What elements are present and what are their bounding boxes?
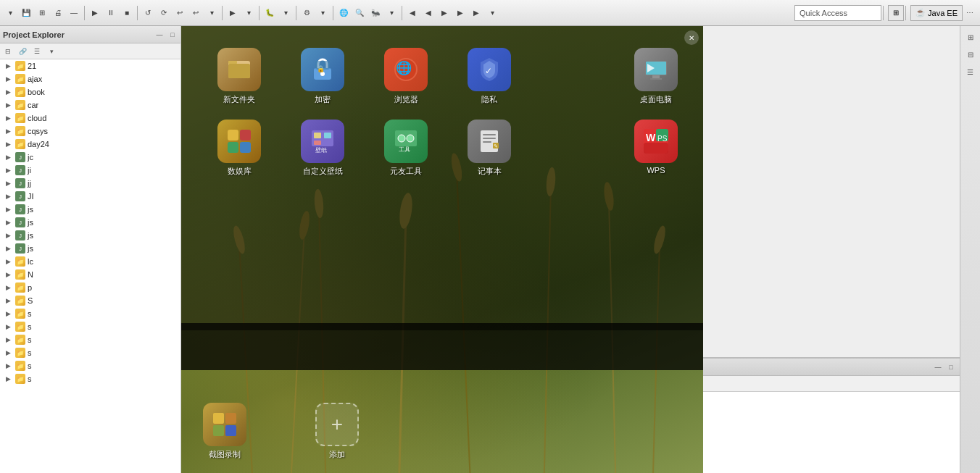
app-icon-notes[interactable]: ✎ 记事本	[453, 120, 526, 177]
list-item[interactable]: ▶ 📁 s	[0, 307, 180, 320]
list-item[interactable]: ▶ 📁 s	[0, 372, 180, 385]
app-icon-shield[interactable]: ✓ 隐私	[453, 48, 526, 105]
app-icon-files[interactable]: 新文件夹	[203, 48, 275, 105]
toolbar-btn-save-all[interactable]: ⊞	[35, 6, 49, 20]
list-item[interactable]: ▶ 📁 s	[0, 359, 180, 372]
svg-point-41	[398, 135, 405, 142]
toolbar-btn-stop[interactable]: ■	[120, 6, 134, 20]
toolbar-btn-prop[interactable]: —	[67, 6, 81, 20]
list-item[interactable]: ▶ 📁 car	[0, 99, 180, 112]
list-item[interactable]: ▶ 📁 N	[0, 268, 180, 281]
toolbar-btn-back[interactable]: ▶	[88, 6, 102, 20]
list-item[interactable]: ▶ J jj	[0, 177, 180, 190]
list-item[interactable]: ▶ 📁 s	[0, 320, 180, 333]
svg-text:工具: 工具	[399, 146, 410, 153]
list-item[interactable]: ▶ 📁 S	[0, 294, 180, 307]
app-icon-theme[interactable]: 壁纸 自定义壁纸	[286, 120, 359, 177]
list-item[interactable]: ▶ J js	[0, 229, 180, 242]
toolbar-btn-8[interactable]: ▾	[204, 6, 219, 20]
toolbar-btn-ant[interactable]: 🐜	[368, 6, 383, 20]
toolbar-btn-1[interactable]: ▾	[3, 6, 17, 20]
view-menu-btn[interactable]: ☰	[30, 45, 43, 58]
app-icon-database[interactable]: 数娱库	[203, 120, 275, 177]
list-item[interactable]: ▶ 📁 ajax	[0, 72, 180, 85]
app-icon-tools[interactable]: 工具 元友工具	[370, 120, 442, 177]
toolbar-btn-profile[interactable]: ⚙	[299, 6, 314, 20]
app-icon-screenshot[interactable]: 截图录制	[203, 403, 246, 460]
app-icon-browser[interactable]: 🌐 浏览器	[370, 48, 442, 105]
folder-icon: 📁	[15, 309, 25, 319]
app-icon-add[interactable]: + 添加	[315, 403, 359, 460]
list-item[interactable]: ▶ J js	[0, 216, 180, 229]
toolbar-btn-nav6[interactable]: ▾	[485, 6, 499, 20]
app-grid-row1: 新文件夹 🔒 加密	[181, 26, 703, 112]
toolbar-btn-7[interactable]: ↩	[188, 6, 203, 20]
toolbar-btn-print[interactable]: 🖨	[51, 6, 65, 20]
expand-arrow: ▶	[6, 75, 13, 83]
bottom-panel-maximize-btn[interactable]: □	[945, 361, 957, 373]
toolbar-btn-nav2[interactable]: ◀	[421, 6, 436, 20]
toolbar-btn-fwd[interactable]: ⏸	[104, 6, 118, 20]
panel-maximize-btn[interactable]: □	[167, 30, 178, 40]
view-dropdown-btn[interactable]: ▾	[45, 45, 58, 58]
toolbar-btn-profile-dropdown[interactable]: ▾	[315, 6, 330, 20]
perspective-toggle-btn[interactable]: ⊞	[888, 5, 904, 21]
app-label-screenshot: 截图录制	[209, 449, 241, 460]
project-name: s	[28, 335, 32, 344]
list-item[interactable]: ▶ J ji	[0, 164, 180, 177]
list-item[interactable]: ▶ J js	[0, 203, 180, 216]
svg-rect-47	[483, 141, 491, 143]
toolbar-btn-debug-dropdown[interactable]: ▾	[278, 6, 293, 20]
panel-minimize-btn[interactable]: —	[154, 30, 165, 40]
list-item[interactable]: ▶ J js	[0, 242, 180, 255]
toolbar-btn-nav5[interactable]: ▶	[469, 6, 483, 20]
right-btn-3[interactable]: ☰	[963, 64, 979, 80]
toolbar-btn-6[interactable]: ↩	[173, 6, 187, 20]
list-item[interactable]: ▶ 📁 s	[0, 333, 180, 346]
expand-arrow: ▶	[6, 297, 13, 304]
list-item[interactable]: ▶ 📁 lc	[0, 255, 180, 268]
collapse-all-btn[interactable]: ⊟	[1, 45, 14, 58]
right-btn-1[interactable]: ⊞	[963, 29, 979, 45]
toolbar-btn-nav1[interactable]: ◀	[405, 6, 420, 20]
overlay-close-btn[interactable]: ✕	[684, 30, 699, 45]
toolbar-btn-ant-dropdown[interactable]: ▾	[384, 6, 399, 20]
toolbar-btn-globe[interactable]: 🌐	[336, 6, 351, 20]
list-item[interactable]: ▶ 📁 21	[0, 59, 180, 72]
java-ee-button[interactable]: ☕ Java EE	[910, 5, 963, 21]
link-btn[interactable]: 🔗	[16, 45, 29, 58]
app-label-database: 数娱库	[228, 166, 252, 177]
toolbar-btn-nav4[interactable]: ▶	[453, 6, 468, 20]
list-item[interactable]: ▶ 📁 cloud	[0, 112, 180, 125]
toolbar-btn-debug[interactable]: 🐛	[262, 6, 277, 20]
toolbar-btn-refresh[interactable]: ↺	[141, 6, 155, 20]
list-item[interactable]: ▶ 📁 s	[0, 346, 180, 359]
app-icon-wps[interactable]: W PS WPS	[620, 120, 692, 177]
toolbar-btn-5[interactable]: ⟳	[157, 6, 171, 20]
toolbar-btn-run-dropdown[interactable]: ▾	[241, 6, 256, 20]
toolbar-btn-nav3[interactable]: ▶	[437, 6, 452, 20]
list-item[interactable]: ▶ J JI	[0, 190, 180, 203]
center-area: ✕ 新文件夹	[181, 26, 960, 357]
toolbar-btn-save[interactable]: 💾	[19, 6, 33, 20]
svg-rect-34	[240, 142, 251, 153]
list-item[interactable]: ▶ J jc	[0, 151, 180, 164]
list-item[interactable]: ▶ 📁 p	[0, 281, 180, 294]
toolbar-btn-search[interactable]: 🔍	[352, 6, 367, 20]
project-name: js	[28, 218, 33, 227]
add-icon-box[interactable]: +	[315, 403, 359, 446]
project-name: jc	[28, 153, 33, 162]
expand-arrow: ▶	[6, 258, 13, 265]
quick-access-input[interactable]: Quick Access	[794, 5, 881, 21]
list-item[interactable]: ▶ 📁 day24	[0, 138, 180, 151]
list-item[interactable]: ▶ 📁 book	[0, 85, 180, 99]
app-icon-desktop[interactable]: 桌面电脑	[620, 48, 692, 105]
app-icon-encrypt[interactable]: 🔒 加密	[286, 48, 359, 105]
bottom-panel-minimize-btn[interactable]: —	[932, 361, 944, 373]
list-item[interactable]: ▶ 📁 cqsys	[0, 125, 180, 138]
main-toolbar: ▾ 💾 ⊞ 🖨 — ▶ ⏸ ■ ↺ ⟳ ↩ ↩ ▾ ▶ ▾ 🐛 ▾ ⚙ ▾ 🌐 …	[0, 0, 980, 26]
toolbar-btn-more[interactable]: ⋯	[963, 6, 977, 20]
app-label-files: 新文件夹	[223, 94, 255, 105]
toolbar-btn-run[interactable]: ▶	[225, 6, 240, 20]
right-btn-2[interactable]: ⊟	[963, 46, 979, 62]
